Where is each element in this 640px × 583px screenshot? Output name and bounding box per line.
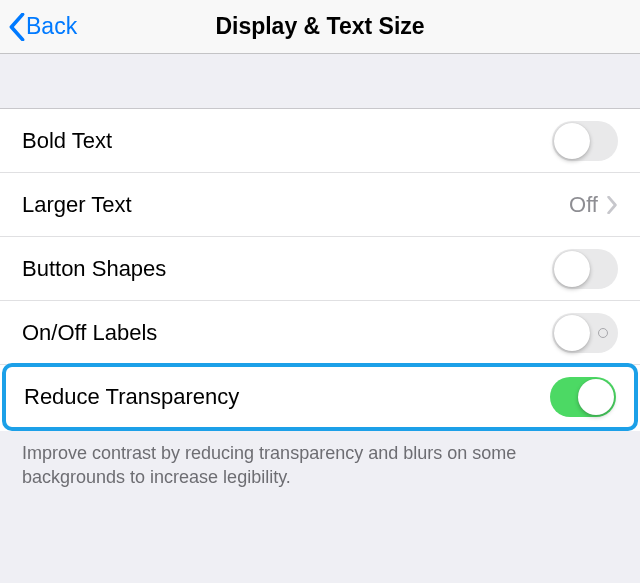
row-label: Reduce Transparency: [24, 384, 550, 410]
chevron-right-icon: [606, 196, 618, 214]
row-label: On/Off Labels: [22, 320, 552, 346]
row-label: Button Shapes: [22, 256, 552, 282]
section-spacer: [0, 54, 640, 109]
highlight-box: Reduce Transparency: [2, 363, 638, 431]
toggle-reduce-transparency[interactable]: [550, 377, 616, 417]
nav-bar: Back Display & Text Size: [0, 0, 640, 54]
toggle-bold-text[interactable]: [552, 121, 618, 161]
onoff-indicator-icon: [598, 328, 608, 338]
page-title: Display & Text Size: [0, 13, 640, 40]
row-button-shapes[interactable]: Button Shapes: [0, 237, 640, 301]
toggle-onoff-labels[interactable]: [552, 313, 618, 353]
row-value: Off: [569, 192, 598, 218]
back-label: Back: [26, 13, 77, 40]
section-footer: Improve contrast by reducing transparenc…: [0, 431, 640, 490]
toggle-knob: [578, 379, 614, 415]
toggle-knob: [554, 315, 590, 351]
chevron-left-icon: [8, 13, 26, 41]
back-button[interactable]: Back: [8, 13, 77, 41]
row-reduce-transparency[interactable]: Reduce Transparency: [6, 367, 634, 427]
toggle-knob: [554, 251, 590, 287]
toggle-knob: [554, 123, 590, 159]
row-bold-text[interactable]: Bold Text: [0, 109, 640, 173]
row-larger-text[interactable]: Larger Text Off: [0, 173, 640, 237]
settings-group: Bold Text Larger Text Off Button Shapes …: [0, 109, 640, 431]
row-label: Bold Text: [22, 128, 552, 154]
toggle-button-shapes[interactable]: [552, 249, 618, 289]
row-label: Larger Text: [22, 192, 569, 218]
row-onoff-labels[interactable]: On/Off Labels: [0, 301, 640, 365]
